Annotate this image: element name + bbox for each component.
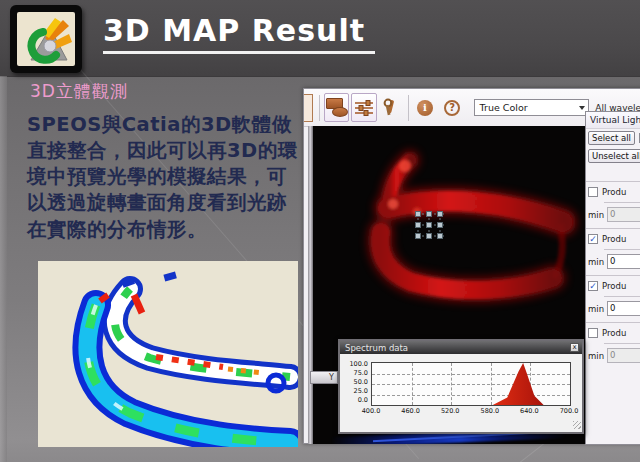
spectrum-peak	[372, 363, 570, 405]
x-axis-ticks: 400.0 460.0 520.0 580.0 640.0 700.0	[371, 407, 569, 416]
panel-title: Virtual Lighting	[586, 112, 640, 129]
help-icon[interactable]: ?	[440, 93, 465, 122]
info-icon[interactable]: i	[412, 93, 437, 122]
product-checkbox[interactable]	[588, 187, 598, 197]
slide: 3D MAP Result 3D立體觀測 SPEOS與Catia的3D軟體做直接…	[0, 0, 640, 462]
product-row: ✓ Produ	[586, 232, 640, 246]
product-label: Produ	[602, 234, 626, 244]
min-input[interactable]: 0	[607, 348, 640, 363]
product-row: Produ	[586, 326, 640, 340]
selection-grid	[416, 212, 445, 239]
min-input[interactable]: 0	[607, 301, 640, 316]
product-checkbox[interactable]: ✓	[588, 234, 598, 244]
color-mode-dropdown[interactable]: True Color	[474, 99, 590, 116]
body-text: SPEOS與Catia的3D軟體做直接整合，因此可以再3D的環境中預覽光學的模擬…	[27, 112, 305, 243]
min-input[interactable]: 0	[607, 254, 640, 269]
spectrum-titlebar[interactable]: Spectrum data x	[340, 341, 582, 354]
spectrum-data-window: Spectrum data x 100.0 75.0 50.0 25.0 0.0	[338, 339, 584, 434]
product-label: Produ	[602, 281, 626, 291]
min-label: min	[588, 351, 604, 361]
cutoff-icon[interactable]	[304, 94, 313, 122]
logo-arrows-icon	[17, 12, 75, 66]
min-label: min	[588, 210, 604, 220]
product-label: Produ	[602, 328, 626, 338]
close-icon[interactable]: x	[570, 343, 579, 352]
slide-logo	[10, 5, 82, 73]
product-row: ✓ Produ	[586, 279, 640, 293]
min-label: min	[588, 257, 604, 267]
toolbar-separator	[319, 95, 320, 121]
product-row: Produ	[586, 185, 640, 199]
min-input[interactable]: 0	[607, 207, 640, 222]
viewport-left-bevel	[308, 126, 313, 444]
sliders-icon[interactable]	[351, 93, 376, 122]
select-all-button[interactable]: Select all	[588, 131, 635, 145]
tools-icon[interactable]	[379, 93, 404, 122]
product-checkbox[interactable]: ✓	[588, 281, 598, 291]
resize-grip[interactable]	[573, 421, 581, 429]
lightguide-render-image	[38, 261, 298, 447]
spectrum-title: Spectrum data	[345, 343, 408, 353]
page-title: 3D MAP Result	[103, 13, 375, 54]
shapes-icon[interactable]	[324, 93, 349, 122]
chevron-down-icon	[579, 106, 585, 110]
product-label: Produ	[602, 187, 626, 197]
layer-label: Lay	[586, 165, 640, 178]
speos-app-window: i ? True Color All wavelengt	[303, 88, 640, 444]
slide-edge-highlight	[0, 76, 7, 462]
toolbar-separator	[408, 95, 409, 121]
virtual-lighting-panel: Virtual Lighting Select all ✓ Unselect a…	[585, 111, 640, 445]
section-subtitle: 3D立體觀測	[30, 80, 128, 103]
unselect-all-button[interactable]: Unselect all	[588, 149, 640, 163]
y-axis-widget[interactable]: Y	[310, 371, 338, 384]
product-checkbox[interactable]	[588, 328, 598, 338]
y-axis-ticks: 100.0 75.0 50.0 25.0 0.0	[342, 360, 368, 404]
color-mode-value: True Color	[480, 102, 528, 113]
min-label: min	[588, 304, 604, 314]
spectrum-plot	[371, 362, 571, 406]
